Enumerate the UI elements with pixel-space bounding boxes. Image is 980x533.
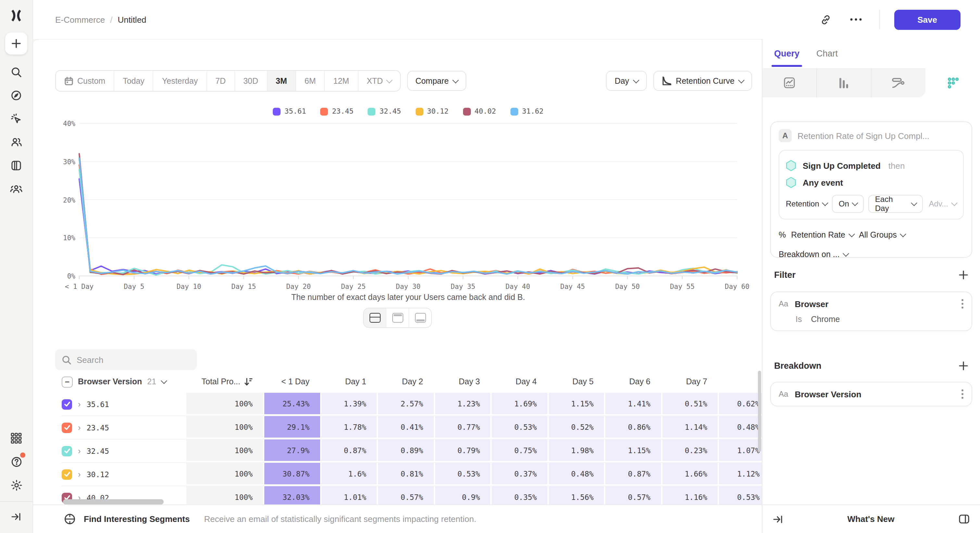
- segments-title[interactable]: Find Interesting Segments: [84, 514, 190, 524]
- series-line-35.61[interactable]: [79, 179, 737, 274]
- breakdown-kebab-icon[interactable]: [961, 389, 964, 399]
- search-input[interactable]: Search: [55, 349, 197, 370]
- save-button[interactable]: Save: [894, 10, 961, 30]
- funnels-report-button[interactable]: [817, 68, 872, 97]
- first-day-cell[interactable]: 29.1%: [263, 416, 320, 439]
- tab-query[interactable]: Query: [774, 49, 799, 59]
- events-cursor-icon[interactable]: [5, 108, 27, 130]
- series-line-31.62[interactable]: [79, 158, 737, 274]
- overflow-day-cell[interactable]: 1.12%: [718, 463, 762, 485]
- expand-row-chevron[interactable]: ›: [78, 446, 81, 456]
- born-event-row[interactable]: Sign Up Completed then: [786, 157, 957, 174]
- collapse-panel-icon[interactable]: [773, 514, 783, 523]
- breadcrumb-project[interactable]: E-Commerce: [55, 14, 105, 24]
- day-cell[interactable]: 0.37%: [490, 463, 547, 485]
- row-checkbox[interactable]: [62, 422, 72, 433]
- day-cell[interactable]: 1.41%: [604, 393, 661, 416]
- overflow-day-cell[interactable]: 1.07%: [718, 439, 762, 462]
- day-cell[interactable]: 1.23%: [433, 393, 490, 416]
- retention-report-button[interactable]: [926, 68, 980, 97]
- first-day-cell[interactable]: 27.9%: [263, 439, 320, 462]
- day-cell[interactable]: 0.81%: [377, 463, 433, 485]
- day-cell[interactable]: 0.87%: [604, 463, 661, 485]
- breakdown-on-dropdown[interactable]: Breakdown on ...: [779, 250, 848, 259]
- row-checkbox[interactable]: [62, 469, 72, 479]
- column-header-day-3[interactable]: Day 3: [433, 377, 490, 386]
- granularity-button[interactable]: Day: [606, 71, 646, 91]
- filter-value[interactable]: Chrome: [811, 315, 840, 324]
- breakdown-property[interactable]: Browser Version: [795, 389, 861, 399]
- range-button-6m[interactable]: 6M: [296, 71, 325, 91]
- day-cell[interactable]: 1.66%: [661, 463, 718, 485]
- more-options-icon[interactable]: [846, 10, 865, 29]
- column-header-day-1[interactable]: Day 1: [320, 377, 377, 386]
- breakdown-card[interactable]: Aa Browser Version: [770, 382, 972, 406]
- day-cell[interactable]: 0.53%: [490, 416, 547, 439]
- legend-item[interactable]: 23.45: [320, 107, 354, 116]
- day-cell[interactable]: 0.48%: [547, 463, 604, 485]
- advanced-dropdown[interactable]: Adv...: [929, 199, 957, 208]
- breadcrumb-report-title[interactable]: Untitled: [118, 14, 146, 24]
- expand-sidebar-icon[interactable]: [5, 506, 27, 528]
- first-day-cell[interactable]: 25.43%: [263, 393, 320, 416]
- table-row[interactable]: ›35.61100%25.43%1.39%2.57%1.23%1.69%1.15…: [62, 393, 762, 416]
- day-cell[interactable]: 1.39%: [320, 393, 377, 416]
- chart-type-button[interactable]: Retention Curve: [653, 71, 752, 91]
- day-cell[interactable]: 0.52%: [547, 416, 604, 439]
- column-header--1-day[interactable]: < 1 Day: [263, 377, 320, 386]
- filter-kebab-icon[interactable]: [961, 299, 964, 309]
- range-button-yesterday[interactable]: Yesterday: [154, 71, 207, 91]
- help-icon[interactable]: [5, 451, 27, 473]
- day-cell[interactable]: 0.89%: [377, 439, 433, 462]
- segments-footer[interactable]: Find Interesting Segments Receive an ema…: [32, 504, 762, 533]
- first-day-cell[interactable]: 30.87%: [263, 463, 320, 485]
- overflow-day-cell[interactable]: 0.48%: [718, 416, 762, 439]
- day-cell[interactable]: 0.41%: [377, 416, 433, 439]
- range-button-30d[interactable]: 30D: [235, 71, 267, 91]
- legend-item[interactable]: 31.62: [511, 107, 544, 116]
- range-button-xtd[interactable]: XTD: [358, 71, 400, 91]
- tab-chart[interactable]: Chart: [816, 49, 838, 59]
- expand-row-chevron[interactable]: ›: [78, 470, 81, 479]
- add-breakdown-icon[interactable]: [959, 361, 968, 371]
- day-cell[interactable]: 1.6%: [320, 463, 377, 485]
- each-day-dropdown[interactable]: Each Day: [869, 195, 923, 213]
- filter-card[interactable]: Aa Browser Is Chrome: [770, 292, 972, 331]
- create-new-button[interactable]: [5, 32, 27, 54]
- column-header-day-2[interactable]: Day 2: [377, 377, 433, 386]
- discover-compass-icon[interactable]: [5, 84, 27, 106]
- day-cell[interactable]: 0.51%: [661, 393, 718, 416]
- search-nav-icon[interactable]: [5, 61, 27, 83]
- copy-link-icon[interactable]: [817, 10, 835, 29]
- range-button-12m[interactable]: 12M: [325, 71, 358, 91]
- overflow-day-cell[interactable]: 0.62%: [718, 393, 762, 416]
- settings-gear-icon[interactable]: [5, 474, 27, 496]
- range-button-custom[interactable]: Custom: [56, 71, 114, 91]
- layout-chart-button[interactable]: [387, 308, 409, 327]
- on-dropdown[interactable]: On: [832, 195, 864, 213]
- layout-split-button[interactable]: [364, 308, 387, 327]
- group-column-header[interactable]: –Browser Version21: [62, 376, 185, 387]
- total-cell[interactable]: 100%: [185, 393, 263, 416]
- day-cell[interactable]: 0.75%: [490, 439, 547, 462]
- data-directory-icon[interactable]: [5, 154, 27, 176]
- range-button-7d[interactable]: 7D: [207, 71, 235, 91]
- total-cell[interactable]: 100%: [185, 416, 263, 439]
- add-filter-icon[interactable]: [959, 270, 968, 280]
- column-header-total-pro-[interactable]: Total Pro...: [185, 377, 263, 386]
- series-line-23.45[interactable]: [79, 165, 737, 274]
- expand-row-chevron[interactable]: ›: [78, 423, 81, 432]
- legend-item[interactable]: 40.02: [463, 107, 496, 116]
- flows-report-button[interactable]: [871, 68, 926, 97]
- day-cell[interactable]: 1.69%: [490, 393, 547, 416]
- series-line-32.45[interactable]: [79, 170, 737, 275]
- insights-report-button[interactable]: [762, 68, 817, 97]
- day-cell[interactable]: 0.87%: [320, 439, 377, 462]
- total-cell[interactable]: 100%: [185, 439, 263, 462]
- day-cell[interactable]: 0.77%: [433, 416, 490, 439]
- expand-row-chevron[interactable]: ›: [78, 399, 81, 409]
- retention-type-dropdown[interactable]: Retention: [786, 199, 828, 208]
- table-row[interactable]: ›32.45100%27.9%0.87%0.89%0.79%0.75%1.98%…: [62, 439, 762, 463]
- main-vertical-scrollbar[interactable]: [758, 371, 761, 452]
- measure-dropdown[interactable]: Retention Rate: [791, 230, 854, 240]
